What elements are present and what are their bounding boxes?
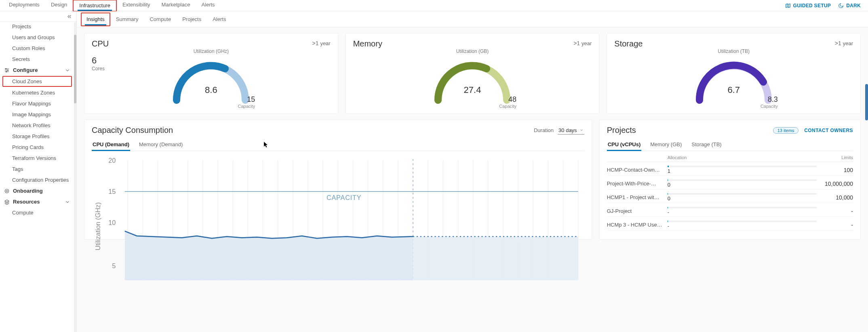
content-scrollbar[interactable] [865, 11, 868, 332]
tab-marketplace[interactable]: Marketplace [156, 0, 196, 12]
sidebar-scrollbar[interactable] [74, 23, 76, 332]
projects-table-header: Allocation Limits [607, 155, 853, 162]
capacity-tab-cpu[interactable]: CPU (Demand) [92, 139, 130, 151]
project-row[interactable]: HCMP-Contact-Own…1100 [607, 162, 853, 176]
chevron-down-icon [65, 67, 70, 73]
duration-select[interactable]: 30 days [558, 126, 584, 134]
sidebar-item-secrets[interactable]: Secrets [0, 54, 74, 65]
map-icon [785, 3, 791, 8]
contact-owners-link[interactable]: CONTACT OWNERS [804, 128, 853, 133]
card-cpu-range: >1 year [312, 40, 331, 46]
sidebar-item-cloud-zones[interactable]: Cloud Zones [2, 76, 72, 87]
projects-tab-memory[interactable]: Memory (GB) [649, 139, 683, 151]
project-alloc-value: 1 [668, 168, 817, 174]
project-name: GJ-Project [607, 208, 668, 214]
card-cpu-title: CPU [92, 39, 331, 48]
project-alloc-bar [668, 179, 817, 181]
project-limit-value: - [817, 222, 853, 228]
memory-gauge: 27.4 48Capacity [430, 56, 515, 104]
chevron-down-icon [579, 128, 584, 132]
projects-tab-cpu[interactable]: CPU (vCPUs) [607, 139, 642, 151]
sidebar-item-custom-roles[interactable]: Custom Roles [0, 43, 74, 54]
sidebar-item-users-groups[interactable]: Users and Groups [0, 32, 74, 43]
project-name: HCMP1 - Project wit… [607, 194, 668, 200]
card-cpu-cores: 6 Cores [92, 55, 105, 71]
sidebar-scrollbar-thumb[interactable] [74, 35, 76, 103]
sidebar-group-resources[interactable]: Resources [0, 196, 74, 207]
project-row[interactable]: Project-With-Price-…010,000,000 [607, 176, 853, 189]
tab-design[interactable]: Design [45, 0, 73, 12]
sidebar-item-tags[interactable]: Tags [0, 164, 74, 174]
subtabs: Insights Summary Compute Projects Alerts [77, 11, 868, 27]
project-alloc-bar [668, 221, 817, 222]
project-alloc-bar [668, 193, 817, 195]
top-nav: Deployments Design Infrastructure Extens… [0, 0, 868, 11]
subtab-compute[interactable]: Compute [144, 13, 177, 26]
dark-mode-toggle[interactable]: DARK [838, 3, 861, 8]
capacity-tab-memory[interactable]: Memory (Demand) [138, 139, 183, 151]
project-alloc-value: - [668, 209, 817, 215]
card-memory: Memory >1 year Utilization (GB) 27.4 48C… [346, 33, 600, 114]
project-alloc-value: 0 [668, 195, 817, 202]
project-limit-value: 10,000,000 [817, 181, 853, 187]
card-memory-range: >1 year [573, 40, 592, 46]
subtab-projects[interactable]: Projects [177, 13, 207, 26]
guided-setup-link[interactable]: GUIDED SETUP [785, 3, 831, 8]
moon-icon [838, 3, 844, 8]
storage-gauge-caption: Utilization (TB) [718, 48, 750, 54]
target-icon [4, 188, 10, 194]
svg-point-4 [5, 189, 8, 193]
project-name: Project-With-Price-… [607, 181, 668, 187]
sidebar-item-pricing-cards[interactable]: Pricing Cards [0, 142, 74, 153]
subtab-alerts[interactable]: Alerts [207, 13, 232, 26]
sidebar-group-onboarding[interactable]: Onboarding [0, 185, 74, 196]
project-row[interactable]: HCMp 3 - HCMP Use…-- [607, 217, 853, 231]
sidebar: Administration Projects Users and Groups… [0, 11, 77, 332]
project-name: HCMp 3 - HCMP Use… [607, 222, 668, 228]
subtab-insights[interactable]: Insights [81, 13, 110, 26]
tab-deployments[interactable]: Deployments [3, 0, 45, 12]
projects-tabs: CPU (vCPUs) Memory (GB) Storage (TB) [607, 139, 853, 151]
storage-gauge: 6.7 8.3Capacity [691, 56, 776, 104]
project-row[interactable]: GJ-Project-- [607, 203, 853, 217]
svg-text:15: 15 [108, 188, 116, 195]
card-storage: Storage >1 year Utilization (TB) 6.7 8.3… [607, 33, 861, 114]
sidebar-item-configuration-properties[interactable]: Configuration Properties [0, 174, 74, 185]
sidebar-item-terraform-versions[interactable]: Terraform Versions [0, 153, 74, 164]
card-memory-title: Memory [353, 39, 592, 48]
capacity-chart: 20 15 10 5 CAPACITY [92, 154, 584, 239]
stack-icon [4, 199, 10, 205]
memory-gauge-caption: Utilization (GB) [456, 48, 489, 54]
capacity-title: Capacity Consumption [92, 126, 173, 135]
sidebar-item-network-profiles[interactable]: Network Profiles [0, 120, 74, 131]
sidebar-item-storage-profiles[interactable]: Storage Profiles [0, 131, 74, 142]
project-limit-value: 100 [817, 167, 853, 173]
project-name: HCMP-Contact-Own… [607, 167, 668, 173]
sidebar-item-flavor-mappings[interactable]: Flavor Mappings [0, 98, 74, 109]
projects-tab-storage[interactable]: Storage (TB) [691, 139, 722, 151]
tab-alerts[interactable]: Alerts [196, 0, 220, 12]
project-alloc-value: - [668, 223, 817, 229]
sidebar-item-image-mappings[interactable]: Image Mappings [0, 109, 74, 120]
tab-infrastructure[interactable]: Infrastructure [73, 0, 117, 12]
subtab-summary[interactable]: Summary [110, 13, 144, 26]
svg-point-5 [6, 190, 8, 192]
sidebar-collapse-button[interactable] [0, 11, 76, 22]
project-limit-value: - [817, 208, 853, 214]
card-cpu: CPU >1 year 6 Cores Utilization (GHz) 8.… [84, 33, 338, 114]
content-scrollbar-thumb[interactable] [865, 84, 868, 120]
sidebar-item-kubernetes-zones[interactable]: Kubernetes Zones [0, 87, 74, 98]
sidebar-group-configure[interactable]: Configure [0, 65, 74, 76]
chevron-double-left-icon [67, 14, 72, 19]
projects-count-badge: 13 items [773, 127, 799, 134]
project-row[interactable]: HCMP1 - Project wit…010,000 [607, 189, 853, 203]
svg-text:Utilization (GHz): Utilization (GHz) [94, 202, 101, 250]
svg-text:20: 20 [108, 157, 116, 164]
svg-text:5: 5 [112, 262, 116, 269]
sidebar-item-compute[interactable]: Compute [0, 207, 74, 216]
sidebar-item-projects[interactable]: Projects [0, 22, 74, 32]
project-alloc-bar [668, 166, 817, 167]
projects-title: Projects [607, 126, 636, 135]
svg-text:10: 10 [108, 219, 116, 226]
tab-extensibility[interactable]: Extensibility [117, 0, 156, 12]
